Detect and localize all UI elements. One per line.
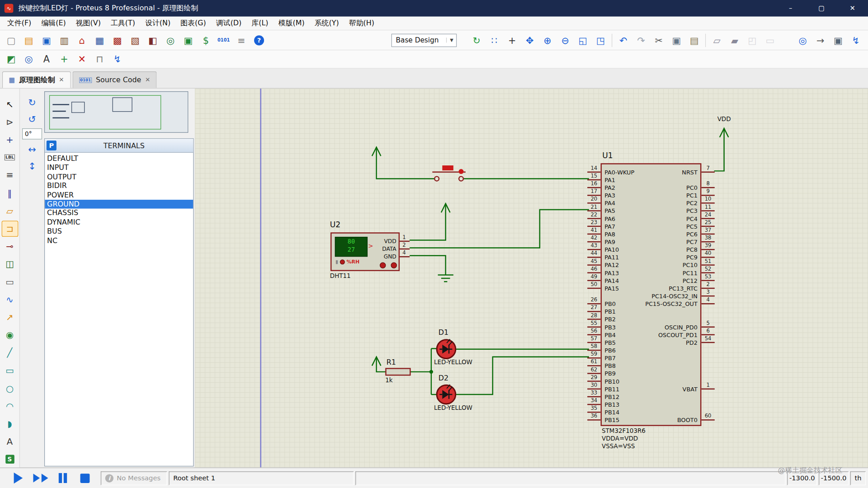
close-button[interactable]: ✕ bbox=[837, 0, 868, 17]
find-component-icon[interactable]: ◎ bbox=[21, 52, 37, 67]
2d-path-mode-icon[interactable]: ◗ bbox=[1, 416, 18, 432]
schematic-wires[interactable] bbox=[195, 89, 868, 468]
u1-pin-PD2[interactable] bbox=[701, 342, 714, 343]
2d-line-mode-icon[interactable]: ╱ bbox=[1, 345, 18, 361]
u1-chip[interactable]: 14PA0-WKUP15PA116PA217PA320PA421PA522PA6… bbox=[601, 163, 702, 426]
u1-pin-PC15-OSC32_OUT[interactable] bbox=[701, 303, 714, 304]
menu-item-4[interactable]: 设计(N) bbox=[140, 17, 175, 30]
voltage-probe-mode-icon[interactable]: ↗ bbox=[1, 310, 18, 326]
block-delete-icon[interactable]: ▭ bbox=[762, 33, 778, 48]
menu-item-6[interactable]: 调试(D) bbox=[211, 17, 247, 30]
bill-of-materials-icon[interactable]: $ bbox=[198, 33, 213, 48]
copy-icon[interactable]: ▣ bbox=[669, 33, 684, 48]
maximize-button[interactable]: ▢ bbox=[806, 0, 837, 17]
tab-close-icon[interactable]: ✕ bbox=[59, 76, 64, 84]
edit-properties-icon[interactable]: A bbox=[39, 52, 54, 67]
terminal-option-default[interactable]: DEFAULT bbox=[45, 155, 193, 164]
tab-source-code[interactable]: 0101 Source Code ✕ bbox=[72, 71, 157, 88]
terminal-option-ground[interactable]: GROUND bbox=[45, 200, 193, 209]
cut-icon[interactable]: ✂ bbox=[651, 33, 666, 48]
2d-box-mode-icon[interactable]: ▭ bbox=[1, 363, 18, 379]
schematic-canvas[interactable]: VDD 14PA0-WKUP15PA116PA217PA320PA421PA52… bbox=[195, 89, 868, 468]
current-probe-mode-icon[interactable]: ◉ bbox=[1, 327, 18, 343]
menu-item-3[interactable]: 工具(T) bbox=[106, 17, 140, 30]
u1-pin-PA15[interactable] bbox=[587, 288, 600, 289]
zoom-out-icon[interactable]: ⊖ bbox=[557, 33, 573, 48]
block-move-icon[interactable]: ▰ bbox=[727, 33, 742, 48]
rotate-clockwise-icon[interactable]: ↻ bbox=[25, 95, 39, 109]
terminal-option-chassis[interactable]: CHASSIS bbox=[45, 209, 193, 218]
pan-view-icon[interactable]: ✥ bbox=[522, 33, 538, 48]
stop-simulation-button[interactable] bbox=[75, 470, 94, 486]
generator-mode-icon[interactable]: ∿ bbox=[1, 291, 18, 308]
mirror-horizontal-icon[interactable]: ↔ bbox=[25, 142, 39, 156]
rotate-anticlockwise-icon[interactable]: ↺ bbox=[25, 112, 39, 126]
terminal-option-dynamic[interactable]: DYNAMIC bbox=[45, 218, 193, 227]
bus-mode-icon[interactable]: ∥ bbox=[1, 185, 18, 202]
grid-toggle-icon[interactable]: ∷ bbox=[486, 33, 502, 48]
menu-item-10[interactable]: 帮助(H) bbox=[344, 17, 379, 30]
menu-item-7[interactable]: 库(L) bbox=[246, 17, 273, 30]
simulate-device-icon[interactable]: ▣ bbox=[180, 33, 196, 48]
u2-pin-GND[interactable] bbox=[400, 256, 410, 257]
tab-schematic[interactable]: ▦ 原理图绘制 ✕ bbox=[2, 71, 71, 88]
3d-visualizer-icon[interactable]: ▧ bbox=[127, 33, 143, 48]
edit-component-icon[interactable]: ◩ bbox=[3, 52, 19, 67]
component-mode-icon[interactable]: ⊳ bbox=[1, 114, 18, 130]
resistor-r1-body[interactable] bbox=[386, 369, 410, 375]
help-icon[interactable]: ? bbox=[251, 33, 267, 48]
redo-icon[interactable]: ↷ bbox=[633, 33, 649, 48]
design-manager-icon[interactable]: ▣ bbox=[830, 33, 846, 48]
menu-item-9[interactable]: 系统(Y) bbox=[310, 17, 344, 30]
device-pin-mode-icon[interactable]: ⊸ bbox=[1, 238, 18, 254]
terminal-option-input[interactable]: INPUT bbox=[45, 164, 193, 173]
terminal-option-bidir[interactable]: BIDIR bbox=[45, 182, 193, 191]
find-part-icon[interactable]: ◎ bbox=[795, 33, 810, 48]
goto-position-icon[interactable]: → bbox=[813, 33, 828, 48]
schematic-capture-icon[interactable]: ▦ bbox=[92, 33, 107, 48]
u1-pin-VBAT[interactable] bbox=[701, 389, 714, 389]
zoom-in-icon[interactable]: ⊕ bbox=[540, 33, 555, 48]
import-section-icon[interactable]: ▥ bbox=[57, 33, 72, 48]
terminal-option-nc[interactable]: NC bbox=[45, 236, 193, 245]
component-pins-icon[interactable]: ⊓ bbox=[92, 52, 107, 67]
wire-repeat-icon[interactable]: ↯ bbox=[848, 33, 863, 48]
step-simulation-button[interactable] bbox=[31, 470, 50, 486]
terminal-option-output[interactable]: OUTPUT bbox=[45, 173, 193, 182]
2d-circle-mode-icon[interactable]: ○ bbox=[1, 380, 18, 397]
save-design-icon[interactable]: ▣ bbox=[39, 33, 54, 48]
terminal-option-power[interactable]: POWER bbox=[45, 191, 193, 200]
pause-simulation-button[interactable] bbox=[53, 470, 72, 486]
zoom-area-icon[interactable]: ◱ bbox=[575, 33, 590, 48]
zoom-all-icon[interactable]: ◳ bbox=[593, 33, 608, 48]
redraw-icon[interactable]: ↻ bbox=[469, 33, 484, 48]
delete-sheet-icon[interactable]: ✕ bbox=[74, 52, 90, 67]
push-button-actuator[interactable] bbox=[442, 165, 453, 170]
home-page-icon[interactable]: ⌂ bbox=[74, 33, 90, 48]
2d-symbol-mode-icon[interactable]: S bbox=[1, 451, 18, 468]
u1-pin-PB15[interactable] bbox=[587, 419, 600, 420]
led-d2-symbol[interactable] bbox=[437, 385, 456, 404]
source-code-tool-icon[interactable]: 0101 bbox=[216, 33, 231, 48]
terminal-mode-icon[interactable]: ⊐ bbox=[1, 221, 18, 237]
undo-icon[interactable]: ↶ bbox=[616, 33, 631, 48]
rotation-angle-input[interactable]: 0° bbox=[22, 128, 42, 139]
wire-label-mode-icon[interactable]: LBL bbox=[1, 150, 18, 166]
open-design-icon[interactable]: ▤ bbox=[21, 33, 37, 48]
junction-mode-icon[interactable]: + bbox=[1, 132, 18, 148]
live-simulation-icon[interactable]: ↯ bbox=[109, 52, 125, 67]
2d-text-mode-icon[interactable]: A bbox=[1, 434, 18, 450]
origin-icon[interactable]: + bbox=[505, 33, 520, 48]
2d-arc-mode-icon[interactable]: ◠ bbox=[1, 398, 18, 414]
pick-devices-button[interactable]: P bbox=[47, 141, 57, 150]
menu-item-5[interactable]: 图表(G) bbox=[175, 17, 211, 30]
u2-dht11[interactable]: 80 27 > ▮ %RH 1VDD2DATA4GND bbox=[330, 232, 400, 271]
new-root-sheet-icon[interactable]: + bbox=[57, 52, 72, 67]
mirror-vertical-icon[interactable]: ↕ bbox=[25, 159, 39, 173]
zoom-to-component-icon[interactable]: ◎ bbox=[163, 33, 178, 48]
u1-pin-BOOT0[interactable] bbox=[701, 419, 714, 420]
run-simulation-button[interactable] bbox=[9, 470, 28, 486]
new-design-icon[interactable]: ▢ bbox=[3, 33, 19, 48]
minimize-button[interactable]: – bbox=[775, 0, 806, 17]
menu-item-0[interactable]: 文件(F) bbox=[2, 17, 36, 30]
